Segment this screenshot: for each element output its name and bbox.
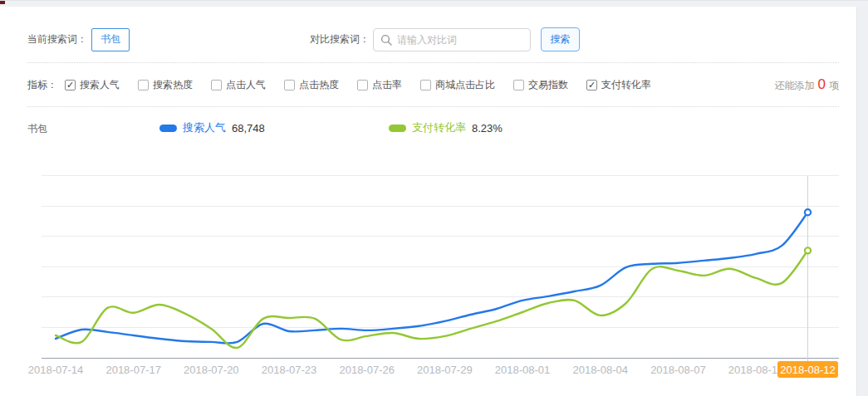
metric-label: 交易指数: [528, 78, 568, 92]
metric-label: 点击热度: [299, 78, 339, 92]
trend-compare-panel: 当前搜索词： 书包 对比搜索词： 搜索 指标： ✓ 搜索人气 搜索热度 点击人气…: [0, 0, 868, 396]
separator: [27, 106, 839, 107]
series-endpoint-marker: [805, 247, 811, 253]
metric-checkbox-item[interactable]: 点击热度: [284, 78, 339, 92]
metric-checkbox-item[interactable]: 点击人气: [211, 78, 266, 92]
x-axis-label: 2018-07-26: [339, 364, 395, 376]
legend-item-payment-conversion[interactable]: 支付转化率 8.23%: [389, 120, 503, 135]
checkbox-icon[interactable]: ✓: [65, 80, 76, 90]
legend-value: 68,748: [232, 122, 265, 134]
remaining-count: 0: [818, 76, 826, 93]
series-line-0: [56, 213, 808, 344]
legend-name: 支付转化率: [412, 120, 466, 135]
remaining-quota-hint: 还能添加 0 项: [775, 76, 839, 93]
metric-checkbox-item[interactable]: ✓ 支付转化率: [586, 78, 651, 92]
checkbox-icon[interactable]: [513, 80, 524, 90]
top-strip: [0, 0, 868, 7]
corner-mark: [0, 1, 5, 4]
legend-item-search-popularity[interactable]: 搜索人气 68,748: [159, 120, 265, 135]
metric-checkbox-item[interactable]: 搜索热度: [138, 78, 193, 92]
series-endpoint-marker: [805, 209, 811, 215]
metric-label: 搜索热度: [153, 78, 193, 92]
metrics-label: 指标：: [27, 78, 57, 92]
trend-line-chart[interactable]: 2018-07-142018-07-172018-07-202018-07-23…: [0, 162, 868, 396]
x-axis-label: 2018-07-14: [28, 364, 84, 376]
metric-label: 搜索人气: [80, 78, 120, 92]
checkbox-icon[interactable]: [420, 80, 431, 90]
search-term-header: 当前搜索词： 书包 对比搜索词： 搜索: [27, 27, 580, 51]
legend-value: 8.23%: [472, 122, 503, 134]
metric-label: 商城点击占比: [435, 78, 495, 92]
metric-checkbox-item[interactable]: ✓ 搜索人气: [65, 78, 120, 92]
checkbox-icon[interactable]: [138, 80, 149, 90]
legend-swatch: [389, 125, 406, 132]
x-axis-label: 2018-07-20: [184, 364, 239, 376]
search-icon: [380, 34, 392, 46]
legend-name: 搜索人气: [183, 120, 226, 135]
metric-label: 点击人气: [226, 78, 266, 92]
compare-term-label: 对比搜索词：: [310, 32, 370, 46]
current-term-label: 当前搜索词：: [27, 32, 87, 46]
metric-checkbox-item[interactable]: 交易指数: [513, 78, 568, 92]
legend-keyword: 书包: [27, 122, 47, 136]
x-axis-label: 2018-08-10: [728, 364, 784, 376]
x-axis-label: 2018-08-07: [650, 364, 706, 376]
metric-checkbox-item[interactable]: 点击率: [357, 78, 402, 92]
checkbox-icon[interactable]: ✓: [586, 80, 597, 90]
chart-legend: 书包 搜索人气 68,748 支付转化率 8.23%: [0, 120, 856, 135]
search-button[interactable]: 搜索: [541, 27, 580, 51]
checkbox-icon[interactable]: [357, 80, 368, 90]
checkbox-icon[interactable]: [284, 80, 295, 90]
metric-label: 支付转化率: [601, 78, 651, 92]
x-axis-label: 2018-08-04: [572, 364, 628, 376]
metric-label: 点击率: [372, 78, 402, 92]
legend-swatch: [159, 125, 177, 132]
separator: [27, 62, 839, 63]
remaining-prefix: 还能添加: [775, 79, 815, 93]
highlighted-date-label: 2018-08-12: [780, 364, 836, 376]
compare-term-input[interactable]: [397, 34, 526, 46]
x-axis-label: 2018-07-17: [105, 364, 161, 376]
current-keyword-button[interactable]: 书包: [91, 28, 130, 51]
compare-term-input-wrapper[interactable]: [373, 28, 531, 51]
metric-checkbox-item[interactable]: 商城点击占比: [420, 78, 495, 92]
x-axis-label: 2018-07-23: [262, 364, 317, 376]
remaining-suffix: 项: [829, 79, 839, 93]
metrics-row: 指标： ✓ 搜索人气 搜索热度 点击人气 点击热度 点击率 商城点击占比 交易指…: [27, 77, 651, 92]
series-line-1: [56, 251, 808, 348]
x-axis-label: 2018-07-29: [417, 364, 473, 376]
checkbox-icon[interactable]: [211, 80, 222, 90]
x-axis-label: 2018-08-01: [495, 364, 551, 376]
